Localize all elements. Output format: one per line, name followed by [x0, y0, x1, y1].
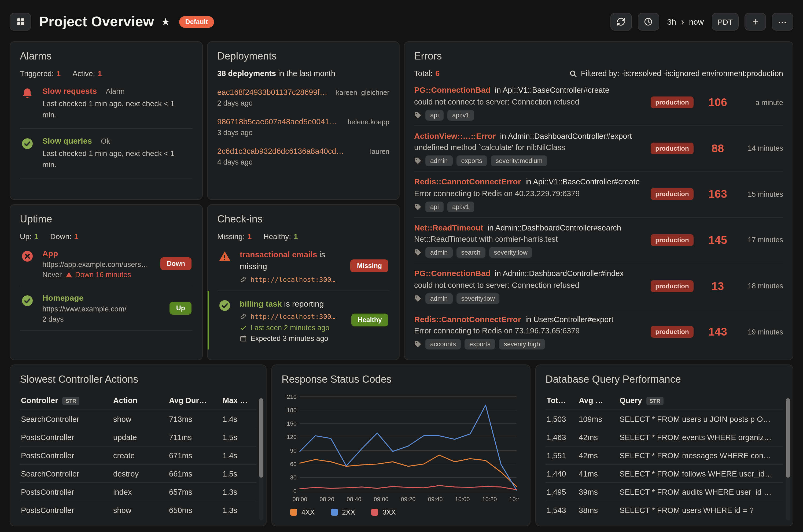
- error-tag[interactable]: api:v1: [448, 201, 474, 212]
- table-row[interactable]: PostsControllershow650ms1.3s: [20, 501, 256, 519]
- error-tag[interactable]: severity:low: [456, 293, 499, 304]
- alarm-item[interactable]: Slow queries Ok Last checked 1 min ago, …: [20, 129, 193, 178]
- table-row[interactable]: SearchControllershow713ms1.4s: [20, 410, 256, 428]
- table-row[interactable]: 1,44041msSELECT * FROM follows WHERE use…: [546, 464, 783, 482]
- error-context: in Admin::DashboardController#export: [500, 132, 632, 140]
- db-query-title: Database Query Performance: [546, 374, 783, 385]
- errors-filter[interactable]: Filtered by: -is:resolved -is:ignored en…: [569, 69, 783, 78]
- deployment-item[interactable]: 986718b5cae607a48aed5e0041… helene.koepp…: [217, 113, 389, 142]
- error-tag[interactable]: search: [456, 247, 485, 258]
- error-item[interactable]: PG::ConnectionBadin Admin::DashboardCont…: [414, 263, 783, 309]
- legend-item[interactable]: 2XX: [331, 508, 355, 516]
- alarm-name-link[interactable]: Slow requests: [42, 86, 97, 95]
- alarms-triggered-count: 1: [57, 69, 61, 78]
- column-header[interactable]: Tot…: [547, 396, 579, 405]
- table-row[interactable]: 1,54338msSELECT * FROM users WHERE id = …: [546, 501, 783, 519]
- scrollbar[interactable]: [786, 398, 790, 520]
- checkin-body: billing task is reporting http://localho…: [240, 298, 344, 343]
- error-tag[interactable]: severity:medium: [491, 155, 547, 166]
- error-item[interactable]: ActionView::…::Errorin Admin::DashboardC…: [414, 126, 783, 172]
- error-tag[interactable]: severity:low: [489, 247, 532, 258]
- table-row[interactable]: 1,55142msSELECT * FROM messages WHERE co…: [546, 446, 783, 464]
- error-class-link[interactable]: Redis::CannotConnectError: [414, 315, 521, 324]
- environment-badge[interactable]: production: [651, 234, 694, 246]
- deployment-item[interactable]: 2c6d1c3cab932d6dc6136a8a40cd2d… lauren 4…: [217, 142, 389, 172]
- checkin-name-link[interactable]: billing task: [240, 299, 282, 308]
- error-tag[interactable]: api: [425, 201, 444, 212]
- error-tag[interactable]: accounts: [425, 339, 461, 350]
- more-menu-button[interactable]: …: [772, 13, 793, 31]
- scrollbar[interactable]: [259, 398, 263, 520]
- column-header[interactable]: QuerySTR: [620, 396, 783, 405]
- environment-badge[interactable]: production: [651, 280, 694, 292]
- error-item[interactable]: PG::ConnectionBadin Api::V1::BaseControl…: [414, 80, 783, 126]
- deployment-sha-link[interactable]: 2c6d1c3cab932d6dc6136a8a40cd2d…: [217, 147, 345, 155]
- time-range-control[interactable]: 3h › now: [665, 17, 706, 26]
- checkin-name-link[interactable]: transactional emails: [240, 250, 317, 259]
- chart-legend: 4XX2XX3XX: [281, 508, 520, 516]
- error-class-link[interactable]: PG::ConnectionBad: [414, 85, 491, 94]
- table-row[interactable]: 1,49539msSELECT * FROM audits WHERE user…: [546, 482, 783, 501]
- error-message: undefined method `calculate' for nil:Nil…: [414, 143, 643, 152]
- column-header[interactable]: Max …: [223, 396, 256, 405]
- error-tag[interactable]: admin: [425, 155, 453, 166]
- environment-badge[interactable]: production: [651, 142, 694, 154]
- error-tag[interactable]: admin: [425, 293, 453, 304]
- favorite-star-icon[interactable]: ★: [161, 16, 170, 28]
- error-tag[interactable]: admin: [425, 247, 453, 258]
- checkin-url-link[interactable]: http://localhost:300…: [251, 313, 335, 321]
- error-class-link[interactable]: PG::ConnectionBad: [414, 269, 491, 278]
- error-class-link[interactable]: Net::ReadTimeout: [414, 223, 483, 232]
- error-count: 163: [708, 188, 727, 201]
- table-row[interactable]: PostsControllerupdate711ms1.5s: [20, 428, 256, 446]
- legend-item[interactable]: 3XX: [371, 508, 396, 516]
- column-header[interactable]: ControllerSTR: [21, 396, 113, 405]
- alarm-name-link[interactable]: Slow queries: [42, 136, 92, 145]
- legend-item[interactable]: 4XX: [290, 508, 315, 516]
- checkin-item[interactable]: billing task is reporting http://localho…: [207, 291, 389, 350]
- table-row[interactable]: SearchControllerdestroy661ms1.5s: [20, 464, 256, 482]
- add-panel-button[interactable]: +: [745, 13, 766, 31]
- error-tag[interactable]: api:v1: [448, 110, 474, 120]
- error-item[interactable]: Net::ReadTimeoutin Admin::DashboardContr…: [414, 217, 783, 263]
- column-header[interactable]: Avg Dur…: [169, 396, 223, 405]
- table-row[interactable]: PostsControllercreate671ms1.4s: [20, 446, 256, 464]
- deployment-sha-link[interactable]: 986718b5cae607a48aed5e0041…: [217, 117, 337, 126]
- site-name-link[interactable]: Homepage: [42, 293, 84, 302]
- checkin-url-link[interactable]: http://localhost:300…: [251, 275, 335, 283]
- table-row[interactable]: PostsControllerindex657ms1.3s: [20, 482, 256, 501]
- error-item[interactable]: Redis::CannotConnectErrorin Api::V1::Bas…: [414, 172, 783, 217]
- column-header[interactable]: Action: [113, 396, 169, 405]
- error-tag[interactable]: exports: [464, 339, 495, 350]
- environment-badge[interactable]: production: [651, 188, 694, 200]
- alarm-body: Slow requests Alarm Last checked 1 min a…: [42, 86, 183, 120]
- error-item[interactable]: Redis::CannotConnectErrorin UsersControl…: [414, 309, 783, 355]
- timezone-button[interactable]: PDT: [712, 13, 738, 31]
- refresh-button[interactable]: [610, 13, 632, 31]
- error-tag[interactable]: severity:high: [499, 339, 545, 350]
- checkin-item[interactable]: transactional emails is missing http://l…: [217, 242, 389, 291]
- environment-badge[interactable]: production: [651, 326, 694, 338]
- uptime-site-item[interactable]: Homepage https://www.example.com/ 2 days…: [20, 286, 193, 331]
- site-name-link[interactable]: App: [42, 249, 58, 258]
- uptime-site-item[interactable]: App https://app.example.com/users/si… Ne…: [20, 242, 193, 286]
- apps-grid-button[interactable]: [10, 13, 31, 31]
- time-history-button[interactable]: [638, 13, 659, 31]
- alarm-item[interactable]: Slow requests Alarm Last checked 1 min a…: [20, 79, 193, 129]
- table-row[interactable]: 1,503109msSELECT * FROM users u JOIN pos…: [546, 410, 783, 428]
- scrollbar-thumb[interactable]: [786, 398, 790, 478]
- scrollbar-thumb[interactable]: [259, 398, 263, 478]
- error-class-link[interactable]: Redis::CannotConnectError: [414, 177, 521, 186]
- error-main: PG::ConnectionBadin Api::V1::BaseControl…: [414, 85, 643, 120]
- error-tag[interactable]: exports: [456, 155, 487, 166]
- chevron-right-icon: ›: [681, 17, 684, 26]
- column-header[interactable]: Avg …: [579, 396, 620, 405]
- environment-badge[interactable]: production: [651, 97, 694, 109]
- error-class-link[interactable]: ActionView::…::Error: [414, 131, 496, 140]
- line-chart[interactable]: 030609012015018021008:0008:2008:4009:000…: [281, 392, 519, 505]
- table-row[interactable]: 1,46342msSELECT * FROM events WHERE orga…: [546, 428, 783, 446]
- error-tag[interactable]: api: [425, 110, 444, 120]
- deployment-item[interactable]: eac168f24933b01137c28699f… kareen_gleich…: [217, 83, 389, 113]
- deployment-sha-link[interactable]: eac168f24933b01137c28699f…: [217, 88, 327, 96]
- alarm-status: Alarm: [106, 88, 125, 95]
